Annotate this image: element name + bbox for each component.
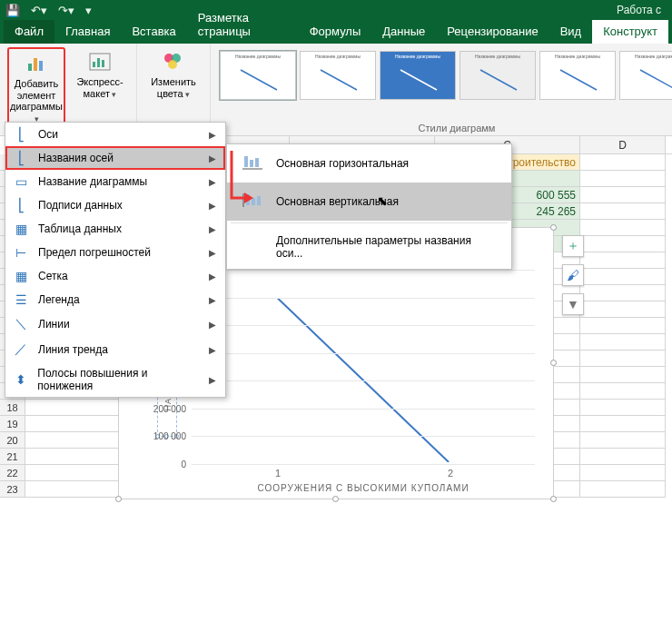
svg-rect-5	[97, 58, 100, 67]
chart-style-1[interactable]: Название диаграммы	[220, 51, 296, 100]
tab-home[interactable]: Главная	[54, 20, 121, 44]
y-tick-label: 100 000	[143, 431, 186, 441]
chart-resize-handle[interactable]	[332, 496, 339, 502]
undo-icon[interactable]: ↶▾	[31, 5, 47, 16]
add-chart-element-menu: ⎣Оси▶ ⎣Названия осей▶ ▭Название диаграмм…	[5, 122, 226, 398]
qat-customize-icon[interactable]: ▾	[85, 5, 92, 16]
redo-icon[interactable]: ↷▾	[58, 5, 74, 16]
chart-title-icon: ▭	[13, 174, 29, 189]
save-icon[interactable]: 💾	[5, 5, 20, 16]
chart-resize-handle[interactable]	[550, 224, 557, 231]
svg-line-14	[560, 70, 597, 90]
quick-access-toolbar: 💾 ↶▾ ↷▾ ▾ Работа с	[0, 0, 672, 20]
tab-file[interactable]: Файл	[4, 20, 54, 44]
chart-styles-group-label: Стили диаграмм	[419, 123, 496, 133]
svg-rect-1	[34, 58, 37, 71]
y-tick-label: 0	[143, 459, 186, 469]
chart-brush-icon[interactable]: 🖌	[562, 264, 584, 286]
row-header[interactable]: 23	[0, 481, 25, 498]
menu-data-labels[interactable]: ⎣Подписи данных▶	[5, 193, 225, 217]
chart-resize-handle[interactable]	[550, 496, 557, 502]
svg-line-16	[640, 70, 672, 90]
svg-rect-2	[39, 61, 43, 71]
annotation-arrow	[226, 147, 262, 220]
svg-point-9	[168, 60, 177, 69]
gridlines-icon: ▦	[13, 269, 29, 283]
add-chart-element-button[interactable]: Добавить элемент диаграммы	[7, 47, 65, 128]
chart-resize-handle[interactable]	[115, 496, 122, 502]
menu-updown-bars[interactable]: ⬍Полосы повышения и понижения▶	[5, 362, 225, 397]
tab-review[interactable]: Рецензирование	[436, 20, 548, 44]
menu-trendline[interactable]: ／Линия тренда▶	[5, 337, 225, 362]
tab-design[interactable]: Конструкт	[592, 20, 668, 44]
svg-line-12	[400, 70, 437, 90]
chart-resize-handle[interactable]	[550, 360, 557, 366]
cursor-icon: ⬉	[377, 193, 388, 208]
contextual-tab-title: Работа с	[617, 4, 667, 16]
svg-rect-0	[28, 64, 32, 71]
error-bars-icon: ⊢	[13, 245, 29, 260]
axis-titles-icon: ⎣	[13, 151, 29, 165]
menu-error-bars[interactable]: ⊢Предел погрешностей▶	[5, 241, 225, 264]
menu-lines[interactable]: ＼Линии▶	[5, 311, 225, 337]
submenu-primary-horizontal[interactable]: Основная горизонтальная	[227, 144, 511, 183]
lines-icon: ＼	[13, 316, 29, 332]
chart-filter-icon[interactable]: ▼	[562, 293, 584, 315]
row-header[interactable]: 18	[0, 400, 25, 416]
submenu-primary-vertical[interactable]: Основная вертикальная ⬉	[227, 183, 511, 221]
tab-page-layout[interactable]: Разметка страницы	[187, 6, 299, 44]
quick-layout-button[interactable]: Экспресс-макет	[71, 47, 129, 101]
column-header-d[interactable]: D	[580, 136, 666, 153]
menu-axes[interactable]: ⎣Оси▶	[5, 123, 225, 146]
y-tick-label: 200 000	[143, 403, 186, 413]
change-colors-button[interactable]: Изменить цвета	[144, 47, 203, 101]
quick-layout-icon	[88, 49, 112, 74]
svg-line-10	[241, 70, 277, 90]
plot-area[interactable]: СООРУЖЕНИЯ С ВЫСОКИМИ КУПОЛАМИ 0100 0002…	[192, 270, 535, 462]
chart-style-6[interactable]: Название диаграммы	[619, 51, 672, 100]
tab-formulas[interactable]: Формулы	[299, 20, 372, 44]
change-colors-icon	[162, 49, 185, 74]
chart-style-4[interactable]: Название диаграммы	[460, 51, 536, 100]
data-labels-icon: ⎣	[13, 198, 29, 212]
updown-bars-icon: ⬍	[13, 372, 28, 387]
add-chart-element-label: Добавить элемент диаграммы	[10, 78, 63, 112]
x-axis-title[interactable]: СООРУЖЕНИЯ С ВЫСОКИМИ КУПОЛАМИ	[192, 483, 535, 493]
axis-titles-submenu: Основная горизонтальная Основная вертика…	[226, 143, 512, 270]
tab-view[interactable]: Вид	[549, 20, 593, 44]
axes-icon: ⎣	[13, 127, 29, 142]
svg-line-13	[480, 70, 517, 90]
submenu-more-options[interactable]: Дополнительные параметры названия оси...	[227, 225, 511, 269]
chart-plus-icon[interactable]: ＋	[562, 235, 584, 257]
chart-style-3[interactable]: Название диаграммы	[380, 51, 456, 100]
row-header[interactable]: 20	[0, 432, 25, 449]
menu-axis-titles[interactable]: ⎣Названия осей▶	[5, 146, 225, 170]
trendline-icon: ／	[13, 341, 29, 358]
menu-gridlines[interactable]: ▦Сетка▶	[5, 264, 225, 288]
add-chart-element-icon	[25, 51, 48, 76]
menu-legend[interactable]: ☰Легенда▶	[5, 288, 225, 311]
ribbon-tabs: Файл Главная Вставка Разметка страницы Ф…	[0, 20, 672, 44]
x-tick-label: 2	[448, 468, 453, 479]
row-header[interactable]: 21	[0, 449, 25, 465]
chart-styles-gallery[interactable]: Название диаграммы Название диаграммы На…	[218, 47, 672, 100]
tab-insert[interactable]: Вставка	[121, 20, 186, 44]
chart-style-2[interactable]: Название диаграммы	[300, 51, 376, 100]
row-header[interactable]: 22	[0, 465, 25, 481]
legend-icon: ☰	[13, 292, 29, 307]
svg-line-11	[321, 70, 357, 90]
tab-data[interactable]: Данные	[371, 20, 436, 44]
menu-chart-title[interactable]: ▭Название диаграммы▶	[5, 170, 225, 193]
row-header[interactable]: 19	[0, 416, 25, 432]
svg-rect-4	[93, 62, 95, 67]
svg-rect-6	[102, 60, 104, 67]
menu-data-table[interactable]: ▦Таблица данных▶	[5, 217, 225, 241]
data-table-icon: ▦	[13, 222, 29, 236]
x-tick-label: 1	[275, 468, 281, 479]
chart-style-5[interactable]: Название диаграммы	[539, 51, 616, 100]
